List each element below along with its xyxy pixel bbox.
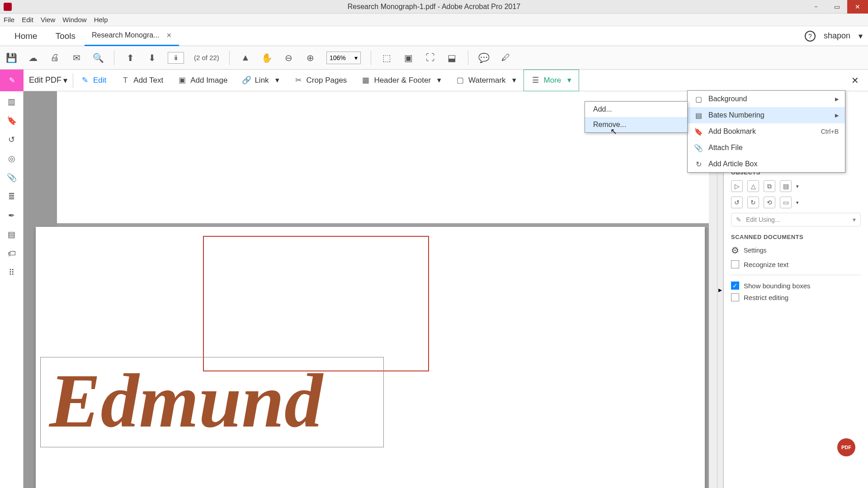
- bookmark-icon: 🔖: [694, 127, 703, 136]
- attachments-icon[interactable]: 📎: [6, 172, 18, 183]
- add-image-button[interactable]: ▣Add Image: [170, 70, 235, 91]
- signatures-icon[interactable]: ✒: [6, 210, 18, 221]
- document-area[interactable]: Edmund: [24, 91, 717, 488]
- select-tool-icon[interactable]: ▲: [240, 52, 251, 64]
- scanned-section-label: SCANNED DOCUMENTS: [731, 234, 861, 240]
- page-number-input[interactable]: [168, 52, 184, 64]
- tab-home[interactable]: Home: [5, 31, 47, 41]
- edit-button[interactable]: ✎Edit: [73, 70, 113, 91]
- menu-bates-numbering[interactable]: ▤Bates Numbering▶: [688, 107, 845, 123]
- search-icon[interactable]: 🔍: [92, 52, 104, 64]
- undo-icon[interactable]: ↺: [6, 134, 18, 145]
- menu-background[interactable]: ▢Background▶: [688, 91, 845, 107]
- show-bounding-boxes-checkbox[interactable]: ✓Show bounding boxes: [731, 282, 861, 290]
- close-button[interactable]: ✕: [847, 0, 868, 14]
- close-editbar-icon[interactable]: ✕: [842, 75, 868, 86]
- hand-tool-icon[interactable]: ✋: [261, 52, 273, 64]
- left-rail: ▥ 🔖 ↺ ◎ 📎 ≣ ✒ ▤ 🏷 ⠿ ◂: [0, 91, 24, 488]
- submenu-remove[interactable]: Remove...: [585, 117, 687, 132]
- crop-pages-button[interactable]: ✂Crop Pages: [287, 70, 354, 91]
- more-button[interactable]: ☰More▾: [524, 70, 580, 91]
- comment-icon[interactable]: 💬: [478, 52, 490, 64]
- menu-add-article-box[interactable]: ↻Add Article Box: [688, 156, 845, 172]
- edit-pdf-icon: ✎: [0, 70, 24, 91]
- mail-icon[interactable]: ✉: [71, 52, 82, 64]
- save-icon[interactable]: 💾: [5, 52, 17, 64]
- fit-width-icon[interactable]: ⬚: [381, 52, 393, 64]
- close-tab-icon[interactable]: ✕: [166, 32, 172, 39]
- flip-v-icon[interactable]: △: [747, 180, 759, 192]
- tags-icon[interactable]: 🏷: [6, 248, 18, 259]
- page[interactable]: Edmund: [36, 227, 705, 488]
- menu-attach-file[interactable]: 📎Attach File: [688, 140, 845, 156]
- rotate-ccw-icon[interactable]: ↺: [731, 197, 743, 208]
- thumbnails-icon[interactable]: ▥: [6, 96, 18, 108]
- minimize-button[interactable]: －: [806, 0, 826, 14]
- document-text: Edmund: [49, 362, 323, 439]
- settings-label[interactable]: Settings: [744, 247, 767, 254]
- tab-document[interactable]: Research Monogra... ✕: [85, 26, 179, 46]
- window-controls: － ▭ ✕: [806, 0, 868, 14]
- align-objects-icon[interactable]: ▭: [780, 197, 792, 208]
- rotate-cw-icon[interactable]: ↻: [747, 197, 759, 208]
- recognize-text-checkbox[interactable]: Recognize text: [731, 260, 861, 268]
- replace-icon[interactable]: ⟲: [764, 197, 775, 208]
- crop-object-icon[interactable]: ⧉: [764, 180, 775, 192]
- arrange-icon[interactable]: ▤: [780, 180, 792, 192]
- watermark-icon: ▢: [456, 76, 465, 85]
- link-button[interactable]: 🔗Link▾: [235, 70, 286, 91]
- zoom-select[interactable]: 106%▾: [326, 52, 361, 64]
- header-footer-button[interactable]: ▦Header & Footer▾: [354, 70, 448, 91]
- selection-box[interactable]: [203, 236, 429, 371]
- print-icon[interactable]: 🖨: [49, 52, 61, 64]
- link-icon: 🔗: [242, 76, 251, 85]
- fullscreen-icon[interactable]: ⛶: [425, 52, 436, 64]
- menu-add-bookmark[interactable]: 🔖Add BookmarkCtrl+B: [688, 123, 845, 140]
- watermark-button[interactable]: ▢Watermark▾: [448, 70, 524, 91]
- restrict-editing-checkbox[interactable]: Restrict editing: [731, 293, 861, 301]
- edit-pdf-label[interactable]: Edit PDF▾: [24, 75, 73, 85]
- separator: [468, 51, 468, 65]
- menu-file[interactable]: File: [4, 16, 14, 23]
- separator: [371, 51, 371, 65]
- window-title: Research Monograph-1.pdf - Adobe Acrobat…: [348, 3, 520, 11]
- separator: [229, 51, 230, 65]
- tab-tools[interactable]: Tools: [47, 31, 85, 41]
- zoom-out-icon[interactable]: ⊖: [283, 52, 295, 64]
- model-tree-icon[interactable]: ⠿: [6, 267, 18, 278]
- main-toolbar: 💾 ☁ 🖨 ✉ 🔍 ⬆ ⬇ (2 of 22) ▲ ✋ ⊖ ⊕ 106%▾ ⬚ …: [0, 46, 868, 70]
- pdf-badge-icon[interactable]: PDF: [837, 438, 855, 456]
- target-icon[interactable]: ◎: [6, 153, 18, 164]
- menu-window[interactable]: Window: [62, 16, 86, 23]
- layers-icon[interactable]: ≣: [6, 191, 18, 202]
- bates-submenu: Add... Remove...: [585, 101, 688, 133]
- cloud-icon[interactable]: ☁: [27, 52, 39, 64]
- page-up-icon[interactable]: ⬆: [124, 52, 136, 64]
- user-name[interactable]: shapon: [824, 31, 850, 41]
- zoom-in-icon[interactable]: ⊕: [305, 52, 316, 64]
- header-icon: ▦: [361, 76, 370, 85]
- menu-help[interactable]: Help: [94, 16, 108, 23]
- pages-icon[interactable]: ▤: [6, 229, 18, 240]
- fit-page-icon[interactable]: ▣: [403, 52, 415, 64]
- chevron-down-icon[interactable]: ▾: [853, 216, 856, 223]
- user-menu-icon[interactable]: ▾: [859, 31, 863, 41]
- gear-icon: ⚙: [731, 245, 739, 256]
- add-text-button[interactable]: TAdd Text: [113, 70, 170, 91]
- highlight-icon[interactable]: 🖊: [500, 52, 512, 64]
- bookmarks-icon[interactable]: 🔖: [6, 115, 18, 127]
- separator: [114, 51, 114, 65]
- read-mode-icon[interactable]: ⬓: [446, 52, 458, 64]
- submenu-add[interactable]: Add...: [585, 102, 687, 117]
- edit-pdf-toolbar: ✎ Edit PDF▾ ✎Edit TAdd Text ▣Add Image 🔗…: [0, 70, 868, 91]
- menu-view[interactable]: View: [41, 16, 55, 23]
- maximize-button[interactable]: ▭: [826, 0, 847, 14]
- page-count-label: (2 of 22): [194, 54, 219, 61]
- background-icon: ▢: [694, 94, 703, 103]
- flip-h-icon[interactable]: ▷: [731, 180, 743, 192]
- page-down-icon[interactable]: ⬇: [146, 52, 158, 64]
- help-icon[interactable]: ?: [805, 31, 816, 42]
- menu-edit[interactable]: Edit: [22, 16, 33, 23]
- edit-using-label[interactable]: Edit Using...: [746, 216, 848, 223]
- tabbar: Home Tools Research Monogra... ✕ ? shapo…: [0, 26, 868, 46]
